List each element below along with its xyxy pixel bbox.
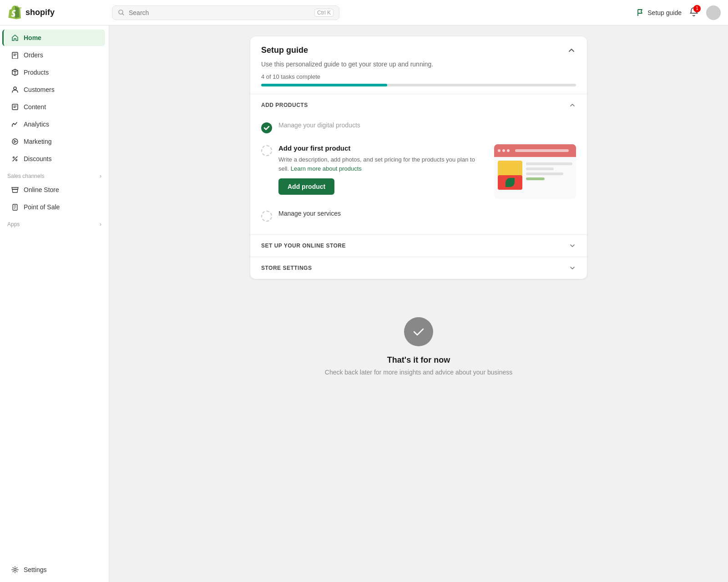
sidebar-label-home: Home (24, 34, 41, 41)
sidebar-item-pos[interactable]: Point of Sale (4, 199, 105, 215)
task-manage-digital-label: Manage your digital products (278, 121, 360, 129)
sidebar-item-orders[interactable]: Orders (4, 47, 105, 63)
add-products-section: ADD PRODUCTS Manage your digital product… (250, 94, 587, 234)
shopify-logo-icon (7, 5, 22, 20)
setup-guide-subtitle: Use this personalized guide to get your … (250, 61, 587, 73)
store-settings-section: STORE SETTINGS (250, 257, 587, 279)
add-products-content: Manage your digital products Add your fi… (250, 116, 587, 234)
bottom-section: That's it for now Check back later for m… (250, 290, 587, 394)
sidebar-item-content[interactable]: Content (4, 99, 105, 115)
task-manage-digital: Manage your digital products (261, 116, 576, 139)
setup-guide-card: Setup guide Use this personalized guide … (250, 36, 587, 279)
notification-button[interactable]: 1 (689, 7, 699, 19)
pos-icon (11, 203, 19, 211)
task-text-area: Add your first product Write a descripti… (278, 144, 487, 195)
logo-area: shopify (7, 5, 112, 20)
sidebar-item-discounts[interactable]: Discounts (4, 151, 105, 167)
setup-online-store-section: SET UP YOUR ONLINE STORE (250, 234, 587, 257)
store-settings-title: STORE SETTINGS (261, 265, 312, 271)
search-bar[interactable]: Ctrl K (112, 5, 339, 20)
search-input[interactable] (129, 9, 311, 16)
layout: Home Orders Products Customers (0, 25, 728, 582)
products-icon (11, 68, 19, 76)
store-settings-chevron-icon (569, 264, 576, 272)
sidebar-label-online-store: Online Store (24, 186, 59, 193)
sidebar-label-analytics: Analytics (24, 121, 49, 128)
logo-text: shopify (25, 8, 55, 17)
sidebar-label-products: Products (24, 69, 49, 76)
progress-area: 4 of 10 tasks complete (250, 73, 587, 94)
learn-more-products-link[interactable]: Learn more about products (291, 165, 362, 172)
sidebar-item-home[interactable]: Home (2, 30, 105, 46)
sidebar-label-settings: Settings (24, 566, 47, 573)
analytics-icon (11, 120, 19, 128)
progress-label: 4 of 10 tasks complete (261, 73, 576, 80)
add-products-header[interactable]: ADD PRODUCTS (250, 94, 587, 116)
store-settings-header[interactable]: STORE SETTINGS (250, 257, 587, 279)
sales-channels-expand-icon[interactable]: › (100, 173, 101, 179)
sidebar-item-analytics[interactable]: Analytics (4, 116, 105, 132)
task-pending-icon (261, 145, 272, 156)
setup-card-header: Setup guide (250, 36, 587, 61)
sales-channels-section: Sales channels › (0, 167, 109, 181)
task-expanded-content: Add your first product Write a descripti… (278, 144, 576, 199)
task-add-product-desc: Write a description, add photos, and set… (278, 155, 487, 173)
settings-icon (11, 566, 19, 574)
avatar[interactable] (706, 5, 721, 20)
apps-section: Apps › (0, 216, 109, 229)
svg-point-6 (16, 160, 17, 161)
sidebar-label-content: Content (24, 103, 46, 111)
collapse-icon[interactable] (567, 46, 576, 55)
setup-online-store-chevron-icon (569, 242, 576, 249)
header: shopify Ctrl K Setup guide 1 (0, 0, 728, 25)
marketing-icon (11, 137, 19, 146)
sidebar: Home Orders Products Customers (0, 25, 109, 582)
svg-rect-3 (12, 104, 18, 110)
add-products-chevron-icon (569, 101, 576, 109)
home-icon (11, 34, 19, 42)
setup-guide-title: Setup guide (261, 46, 308, 55)
main-content: Setup guide Use this personalized guide … (109, 25, 728, 582)
add-products-title: ADD PRODUCTS (261, 102, 308, 108)
search-icon (118, 9, 125, 16)
bottom-title: That's it for now (259, 355, 578, 365)
progress-bar-background (261, 84, 576, 86)
task-done-icon (261, 122, 272, 133)
task-manage-services: Manage your services (261, 204, 576, 227)
svg-point-8 (14, 569, 16, 571)
bottom-subtitle: Check back later for more insights and a… (259, 369, 578, 376)
task-row: Add your first product Write a descripti… (261, 144, 576, 199)
add-product-button[interactable]: Add product (278, 178, 334, 195)
search-shortcut: Ctrl K (314, 9, 334, 17)
sidebar-item-products[interactable]: Products (4, 64, 105, 81)
sidebar-label-discounts: Discounts (24, 155, 51, 162)
customers-icon (11, 86, 19, 94)
apps-expand-icon[interactable]: › (100, 221, 101, 228)
orders-icon (11, 51, 19, 59)
task-manage-services-pending-icon (261, 211, 272, 222)
sidebar-label-customers: Customers (24, 86, 55, 93)
header-right: Setup guide 1 (637, 5, 721, 20)
sidebar-item-online-store[interactable]: Online Store (4, 182, 105, 198)
completed-check-icon (404, 317, 433, 346)
svg-point-5 (13, 157, 15, 158)
sidebar-item-marketing[interactable]: Marketing (4, 133, 105, 150)
sidebar-item-customers[interactable]: Customers (4, 81, 105, 98)
sidebar-label-orders: Orders (24, 51, 43, 59)
product-illustration (494, 144, 576, 199)
sidebar-item-settings[interactable]: Settings (4, 562, 105, 578)
notification-badge: 1 (693, 5, 701, 12)
sidebar-label-pos: Point of Sale (24, 203, 60, 211)
discounts-icon (11, 155, 19, 163)
progress-bar-fill (261, 84, 387, 86)
flag-icon (637, 9, 645, 17)
content-icon (11, 103, 19, 111)
task-add-first-product: Add your first product Write a descripti… (261, 139, 576, 204)
setup-online-store-header[interactable]: SET UP YOUR ONLINE STORE (250, 235, 587, 257)
svg-point-2 (14, 87, 16, 90)
task-manage-services-label: Manage your services (278, 210, 341, 217)
sidebar-label-marketing: Marketing (24, 138, 51, 145)
setup-guide-button[interactable]: Setup guide (637, 9, 682, 17)
setup-online-store-title: SET UP YOUR ONLINE STORE (261, 243, 346, 249)
task-add-product-label: Add your first product (278, 144, 350, 152)
